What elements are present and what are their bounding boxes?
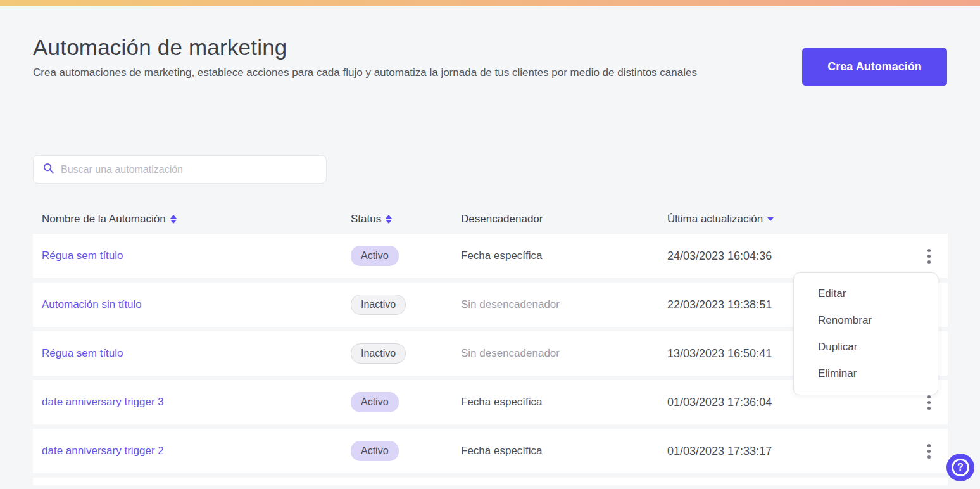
question-mark-icon: ? [952,459,969,476]
status-badge: Activo [351,246,399,266]
column-header-status-label: Status [351,213,381,225]
column-header-trigger-label: Desencadenador [461,213,543,225]
menu-item-duplicate[interactable]: Duplicar [794,334,938,360]
row-context-menu: Editar Renombrar Duplicar Eliminar [793,272,938,395]
menu-item-rename[interactable]: Renombrar [794,307,938,334]
sort-both-icon [170,215,177,224]
automation-name-link[interactable]: Automación sin título [42,298,142,310]
kebab-menu-icon[interactable] [925,393,933,412]
column-header-status[interactable]: Status [351,213,461,225]
menu-item-delete[interactable]: Eliminar [794,360,938,387]
table-row-partial [33,478,948,485]
table-header-row: Nombre de la Automación Status Desencade… [33,205,948,234]
trigger-label: Fecha específica [461,396,543,408]
sort-desc-icon [767,217,774,221]
automation-name-link[interactable]: Régua sem título [42,250,123,262]
kebab-menu-icon[interactable] [925,246,933,266]
trigger-label: Fecha específica [461,445,543,457]
status-badge: Inactivo [351,295,406,315]
trigger-label: Sin desencadenador [461,298,560,310]
search-box[interactable] [33,155,327,184]
automation-name-link[interactable]: date anniversary trigger 2 [42,445,164,457]
search-input[interactable] [61,164,317,175]
status-badge: Activo [351,392,399,412]
help-button[interactable]: ? [946,454,974,481]
column-header-updated[interactable]: Última actualización [667,213,910,225]
column-header-name-label: Nombre de la Automación [42,213,166,225]
sort-both-icon [386,215,392,224]
create-automation-button[interactable]: Crea Automación [802,48,947,86]
updated-timestamp: 01/03/2023 17:36:04 [667,396,772,409]
trigger-label: Sin desencadenador [461,347,560,359]
top-gradient-bar [0,0,980,6]
page-header: Automación de marketing Crea automacione… [33,35,947,86]
automation-name-link[interactable]: date anniversary trigger 3 [42,396,164,408]
updated-timestamp: 24/03/2023 16:04:36 [667,250,772,262]
search-icon [42,162,54,177]
menu-item-edit[interactable]: Editar [794,281,938,307]
page-subtitle: Crea automaciones de marketing, establec… [33,67,697,79]
table-row: Régua sem título Activo Fecha específica… [33,234,948,278]
kebab-menu-icon[interactable] [925,441,933,461]
status-badge: Inactivo [351,343,406,364]
updated-timestamp: 01/03/2023 17:33:17 [667,445,772,457]
status-badge: Activo [351,441,399,461]
column-header-updated-label: Última actualización [667,213,763,225]
column-header-trigger[interactable]: Desencadenador [461,213,667,225]
marketing-automation-page: Automación de marketing Crea automacione… [0,0,980,489]
page-title: Automación de marketing [33,35,697,60]
table-row: date anniversary trigger 2 Activo Fecha … [33,429,948,473]
automation-name-link[interactable]: Régua sem título [42,347,123,359]
updated-timestamp: 13/03/2023 16:50:41 [667,347,772,360]
page-header-text: Automación de marketing Crea automacione… [33,35,697,79]
trigger-label: Fecha específica [461,250,543,262]
column-header-name[interactable]: Nombre de la Automación [33,213,351,225]
updated-timestamp: 22/03/2023 19:38:51 [667,298,772,311]
